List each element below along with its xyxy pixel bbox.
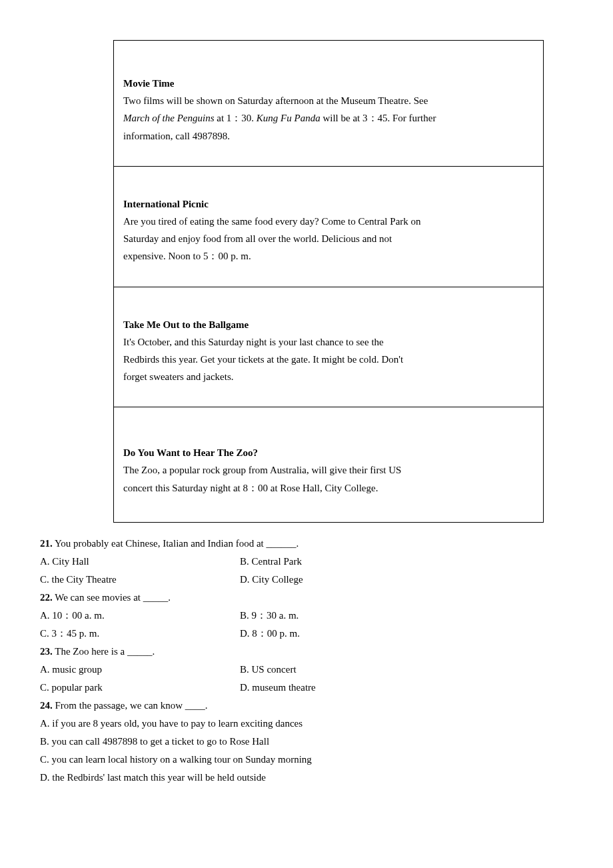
options-row: A. City Hall B. Central Park bbox=[40, 553, 573, 571]
question-number: 21. bbox=[40, 538, 53, 549]
option-full-d: D. the Redbirds' last match this year wi… bbox=[40, 769, 573, 787]
options-row: C. 3：45 p. m. D. 8：00 p. m. bbox=[40, 625, 573, 643]
option-c: C. the City Theatre bbox=[40, 571, 240, 589]
question-23: 23. The Zoo here is a _____. bbox=[40, 643, 573, 661]
option-a: A. music group bbox=[40, 661, 240, 679]
options-row: C. the City Theatre D. City College bbox=[40, 571, 573, 589]
question-24: 24. From the passage, we can know ____. bbox=[40, 697, 573, 715]
event-body: Two films will be shown on Saturday afte… bbox=[123, 92, 534, 145]
question-stem: We can see movies at _____. bbox=[53, 592, 171, 603]
event-title: Take Me Out to the Ballgame bbox=[123, 319, 534, 331]
event-line: Are you tired of eating the same food ev… bbox=[123, 213, 534, 230]
option-c: C. popular park bbox=[40, 679, 240, 697]
event-line: Two films will be shown on Saturday afte… bbox=[123, 92, 534, 109]
question-stem: The Zoo here is a _____. bbox=[53, 646, 155, 657]
event-box-ballgame: Take Me Out to the Ballgame It's October… bbox=[113, 287, 544, 408]
event-title: Movie Time bbox=[123, 78, 534, 89]
option-full-b: B. you can call 4987898 to get a ticket … bbox=[40, 733, 573, 751]
options-row: C. popular park D. museum theatre bbox=[40, 679, 573, 697]
event-title: International Picnic bbox=[123, 199, 534, 210]
event-body: It's October, and this Saturday night is… bbox=[123, 333, 534, 386]
event-line: March of the Penguins at 1：30. Kung Fu P… bbox=[123, 109, 534, 127]
question-number: 22. bbox=[40, 592, 53, 603]
event-line: Saturday and enjoy food from all over th… bbox=[123, 230, 534, 247]
option-d: D. 8：00 p. m. bbox=[240, 625, 573, 643]
event-line: Redbirds this year. Get your tickets at … bbox=[123, 351, 534, 368]
question-22: 22. We can see movies at _____. bbox=[40, 589, 573, 607]
option-b: B. Central Park bbox=[240, 553, 573, 571]
option-a: A. 10：00 a. m. bbox=[40, 607, 240, 625]
option-b: B. US concert bbox=[240, 661, 573, 679]
question-21: 21. You probably eat Chinese, Italian an… bbox=[40, 535, 573, 553]
event-line: The Zoo, a popular rock group from Austr… bbox=[123, 461, 534, 479]
options-row: A. music group B. US concert bbox=[40, 661, 573, 679]
option-d: D. museum theatre bbox=[240, 679, 573, 697]
option-b: B. 9：30 a. m. bbox=[240, 607, 573, 625]
option-d: D. City College bbox=[240, 571, 573, 589]
event-body: Are you tired of eating the same food ev… bbox=[123, 213, 534, 265]
question-number: 24. bbox=[40, 700, 53, 711]
event-line: information, call 4987898. bbox=[123, 127, 534, 145]
questions-block: 21. You probably eat Chinese, Italian an… bbox=[40, 535, 573, 787]
question-number: 23. bbox=[40, 646, 53, 657]
event-box-zoo: Do You Want to Hear The Zoo? The Zoo, a … bbox=[113, 407, 544, 523]
event-title: Do You Want to Hear The Zoo? bbox=[123, 447, 534, 459]
event-line: concert this Saturday night at 8：00 at R… bbox=[123, 479, 534, 497]
event-line: forget sweaters and jackets. bbox=[123, 368, 534, 385]
option-a: A. City Hall bbox=[40, 553, 240, 571]
events-container: Movie Time Two films will be shown on Sa… bbox=[113, 40, 573, 523]
event-box-picnic: International Picnic Are you tired of ea… bbox=[113, 167, 544, 287]
option-full-c: C. you can learn local history on a walk… bbox=[40, 751, 573, 769]
event-line: expensive. Noon to 5：00 p. m. bbox=[123, 247, 534, 265]
event-line: It's October, and this Saturday night is… bbox=[123, 333, 534, 351]
option-c: C. 3：45 p. m. bbox=[40, 625, 240, 643]
question-stem: From the passage, we can know ____. bbox=[53, 700, 208, 711]
options-row: A. 10：00 a. m. B. 9：30 a. m. bbox=[40, 607, 573, 625]
question-stem: You probably eat Chinese, Italian and In… bbox=[53, 538, 299, 549]
event-body: The Zoo, a popular rock group from Austr… bbox=[123, 461, 534, 497]
page: Movie Time Two films will be shown on Sa… bbox=[0, 0, 613, 827]
event-box-movie: Movie Time Two films will be shown on Sa… bbox=[113, 40, 544, 167]
option-full-a: A. if you are 8 years old, you have to p… bbox=[40, 715, 573, 733]
